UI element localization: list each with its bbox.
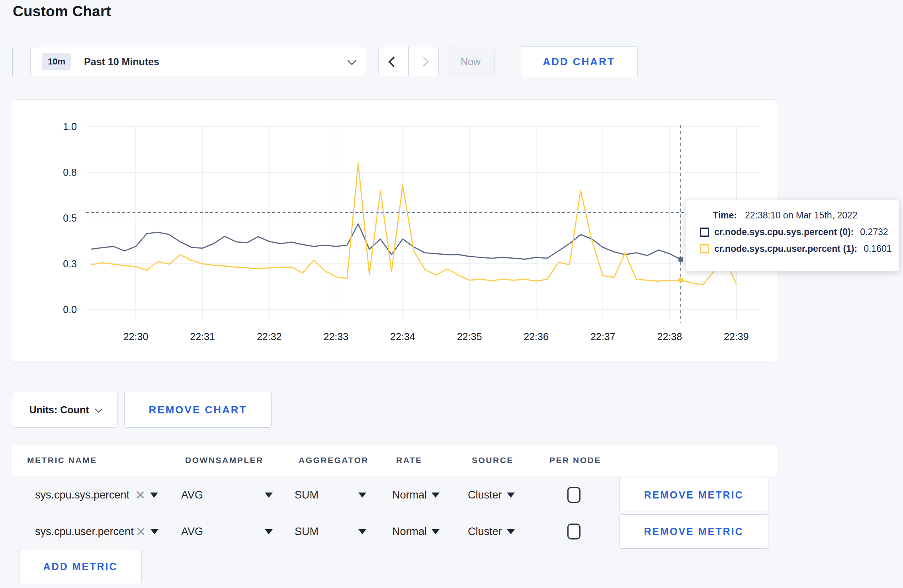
page-title: Custom Chart — [13, 3, 111, 20]
rate-select[interactable]: Normal — [392, 489, 440, 501]
close-icon[interactable] — [136, 491, 145, 499]
downsampler-select[interactable]: AVG — [181, 526, 273, 538]
time-range-dropdown[interactable]: 10m Past 10 Minutes — [30, 47, 366, 76]
time-window-badge: 10m — [42, 53, 71, 70]
metric-name-select[interactable]: sys.cpu.sys.percent — [35, 489, 129, 501]
y-axis-tick-label: 0.0 — [63, 304, 77, 315]
units-dropdown[interactable]: Units: Count — [12, 392, 118, 428]
add-chart-button[interactable]: ADD CHART — [520, 46, 638, 77]
dropdown-triangle-icon — [507, 493, 515, 498]
y-axis-tick-label: 0.8 — [63, 167, 77, 178]
x-axis-tick-label: 22:36 — [524, 331, 549, 342]
remove-metric-button[interactable]: REMOVE METRIC — [619, 514, 768, 549]
rate-select[interactable]: Normal — [392, 526, 440, 538]
x-axis-tick-label: 22:33 — [324, 331, 349, 342]
x-axis-tick-label: 22:35 — [457, 331, 482, 342]
metric-row: sys.cpu.user.percent AVG SUM Normal Clus… — [12, 513, 777, 550]
chart-svg[interactable]: 0.00.30.50.81.022:3022:3122:3222:3322:34… — [12, 100, 778, 363]
now-button[interactable]: Now — [447, 47, 494, 76]
x-axis-tick-label: 22:32 — [257, 331, 282, 342]
dropdown-triangle-icon[interactable] — [150, 493, 158, 498]
time-window-label: Past 10 Minutes — [84, 56, 159, 68]
chevron-down-icon — [95, 405, 102, 413]
series-line — [91, 163, 736, 285]
series-color-swatch — [700, 244, 709, 253]
chart-card: 0.00.30.50.81.022:3022:3122:3222:3322:34… — [12, 99, 777, 363]
y-axis-tick-label: 0.3 — [63, 258, 77, 269]
chevron-left-icon — [388, 56, 399, 67]
series-color-swatch — [700, 228, 709, 237]
tooltip-series-value: 0.1601 — [864, 243, 891, 254]
aggregator-select[interactable]: SUM — [295, 526, 366, 538]
crosshair-marker — [678, 278, 683, 282]
dropdown-triangle-icon — [265, 493, 273, 498]
metric-row: sys.cpu.sys.percent AVG SUM Normal Clust… — [12, 477, 777, 513]
downsampler-select[interactable]: AVG — [181, 489, 273, 501]
chart-tooltip: Time: 22:38:10 on Mar 15th, 2022 cr.node… — [686, 200, 899, 271]
tooltip-series-value: 0.2732 — [860, 227, 888, 238]
close-icon[interactable] — [136, 527, 145, 536]
tooltip-series-name: cr.node.sys.cpu.user.percent (1): — [714, 243, 857, 254]
column-header-aggregator: AGGREGATOR — [295, 456, 392, 465]
custom-chart-page: Custom Chart 10m Past 10 Minutes Now ADD… — [0, 0, 903, 588]
units-label: Units: Count — [29, 404, 89, 416]
crosshair-marker — [678, 257, 683, 262]
column-header-source: SOURCE — [468, 456, 545, 465]
x-axis-tick-label: 22:34 — [390, 331, 415, 342]
per-node-checkbox[interactable] — [567, 524, 580, 539]
add-metric-button[interactable]: ADD METRIC — [19, 549, 142, 584]
y-axis-tick-label: 0.5 — [63, 212, 77, 224]
chevron-right-icon — [418, 56, 428, 66]
source-select[interactable]: Cluster — [468, 489, 515, 501]
dropdown-triangle-icon — [358, 529, 366, 534]
prev-time-button[interactable] — [379, 47, 408, 76]
metrics-table-header: METRIC NAME DOWNSAMPLER AGGREGATOR RATE … — [12, 445, 777, 476]
tooltip-time-value: 22:38:10 on Mar 15th, 2022 — [745, 210, 858, 221]
source-select[interactable]: Cluster — [468, 526, 515, 538]
x-axis-tick-label: 22:39 — [724, 331, 749, 342]
remove-chart-button[interactable]: REMOVE CHART — [124, 392, 272, 428]
dropdown-triangle-icon — [432, 493, 440, 498]
y-axis-tick-label: 1.0 — [63, 121, 77, 132]
aggregator-select[interactable]: SUM — [295, 489, 366, 501]
tooltip-time-label: Time: — [713, 210, 737, 221]
next-time-button[interactable] — [409, 47, 438, 76]
column-header-rate: RATE — [392, 456, 468, 465]
dropdown-triangle-icon — [432, 529, 440, 534]
column-header-downsampler: DOWNSAMPLER — [181, 456, 295, 465]
metric-name-select[interactable]: sys.cpu.user.percent — [35, 526, 134, 538]
chevron-down-icon — [348, 56, 357, 65]
tooltip-series-name: cr.node.sys.cpu.sys.percent (0): — [714, 227, 854, 238]
time-step-buttons — [378, 47, 439, 76]
x-axis-tick-label: 22:38 — [657, 331, 682, 342]
dropdown-triangle-icon — [265, 529, 273, 534]
remove-metric-button[interactable]: REMOVE METRIC — [619, 478, 768, 512]
x-axis-tick-label: 22:37 — [590, 331, 616, 342]
column-header-metric-name: METRIC NAME — [23, 456, 181, 465]
dropdown-triangle-icon — [358, 493, 366, 498]
dropdown-triangle-icon[interactable] — [150, 529, 158, 534]
x-axis-tick-label: 22:31 — [190, 331, 215, 342]
dropdown-triangle-icon — [507, 529, 515, 534]
x-axis-tick-label: 22:30 — [123, 331, 149, 342]
per-node-checkbox[interactable] — [567, 487, 580, 503]
toolbar-left-rule — [12, 47, 13, 76]
column-header-per-node: PER NODE — [545, 456, 619, 465]
